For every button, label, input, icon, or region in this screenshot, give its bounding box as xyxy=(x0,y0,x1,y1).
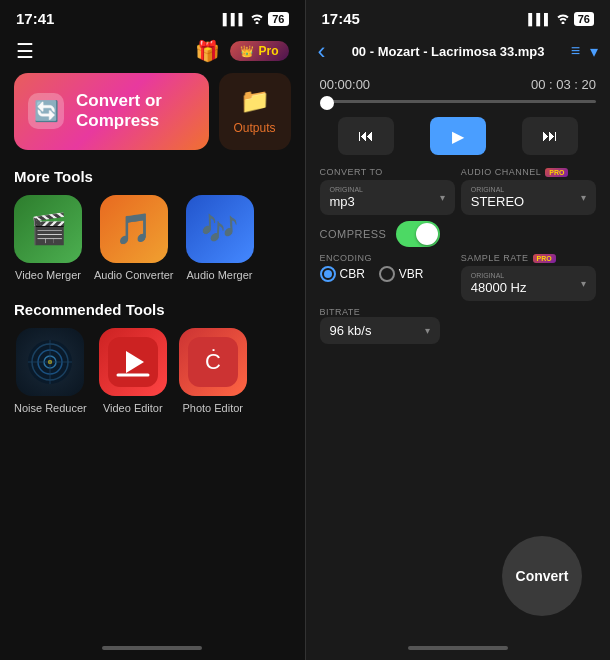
signal-icon: ▌▌▌ xyxy=(223,13,246,25)
more-tools-title: More Tools xyxy=(0,164,305,195)
photo-editor-item[interactable]: Ċ Photo Editor xyxy=(179,328,247,414)
right-signal-icon: ▌▌▌ xyxy=(528,13,551,25)
convert-to-select[interactable]: ORIGINAL mp3 ▾ xyxy=(320,180,455,215)
sample-rate-value: 48000 Hz xyxy=(471,280,527,295)
file-title: 00 - Mozart - Lacrimosa 33.mp3 xyxy=(334,44,563,59)
noise-reducer-item[interactable]: Noise Reducer xyxy=(14,328,87,414)
photo-editor-label: Photo Editor xyxy=(182,402,243,414)
audio-channel-select[interactable]: ORIGINAL STEREO ▾ xyxy=(461,180,596,215)
vbr-radio[interactable] xyxy=(379,266,395,282)
audio-converter-icon: 🎵 xyxy=(100,195,168,263)
bitrate-block: Bitrate 96 kb/s ▾ xyxy=(306,305,611,352)
gift-icon[interactable]: 🎁 xyxy=(195,39,220,63)
cbr-label: CBR xyxy=(340,267,365,281)
video-merger-item[interactable]: 🎬 Video Merger xyxy=(14,195,82,281)
convert-to-arrow: ▾ xyxy=(440,192,445,203)
left-status-icons: ▌▌▌ 76 xyxy=(223,12,289,26)
crown-icon: 👑 xyxy=(240,45,254,58)
audio-channel-block: AUDIO CHANNEL PRO ORIGINAL STEREO ▾ xyxy=(461,167,596,215)
pro-badge[interactable]: 👑 Pro xyxy=(230,41,288,61)
convert-icon: 🔄 xyxy=(28,93,64,129)
nav-right-icons: ≡ ▾ xyxy=(571,42,598,61)
sample-rate-arrow: ▾ xyxy=(581,278,586,289)
home-bar-right xyxy=(408,646,508,650)
nav-bar: ‹ 00 - Mozart - Lacrimosa 33.mp3 ≡ ▾ xyxy=(306,33,611,75)
back-button[interactable]: ‹ xyxy=(318,37,326,65)
convert-compress-button[interactable]: 🔄 Convert or Compress xyxy=(14,73,209,150)
convert-audio-settings: CONVERT TO ORIGINAL mp3 ▾ AUDIO CHANNEL … xyxy=(306,165,611,219)
audio-merger-label: Audio Merger xyxy=(186,269,252,281)
convert-to-original: ORIGINAL xyxy=(330,186,363,193)
right-panel: 17:45 ▌▌▌ 76 ‹ 00 - Mozart - Lacrimosa 3… xyxy=(306,0,611,660)
home-indicator-right xyxy=(306,638,611,660)
convert-to-label: CONVERT TO xyxy=(320,167,383,177)
convert-to-block: CONVERT TO ORIGINAL mp3 ▾ xyxy=(320,167,455,215)
more-icon[interactable]: ▾ xyxy=(590,42,598,61)
audio-merger-icon: 🎶 xyxy=(186,195,254,263)
sample-rate-label-row: SAMPLE RATE PRO xyxy=(461,253,596,263)
audio-converter-label: Audio Converter xyxy=(94,269,174,281)
vbr-option[interactable]: VBR xyxy=(379,266,424,282)
encoding-options: CBR VBR xyxy=(320,266,455,282)
bitrate-label: Bitrate xyxy=(320,307,597,317)
cbr-option[interactable]: CBR xyxy=(320,266,365,282)
audio-converter-item[interactable]: 🎵 Audio Converter xyxy=(94,195,174,281)
filter-icon[interactable]: ≡ xyxy=(571,42,580,61)
sample-rate-select[interactable]: ORIGINAL 48000 Hz ▾ xyxy=(461,266,596,301)
noise-reducer-icon xyxy=(16,328,84,396)
video-editor-label: Video Editor xyxy=(103,402,163,414)
convert-label: Convert or Compress xyxy=(76,91,162,132)
left-panel: 17:41 ▌▌▌ 76 ☰ 🎁 👑 Pro 🔄 Convert or xyxy=(0,0,305,660)
convert-to-label-row: CONVERT TO xyxy=(320,167,455,177)
audio-channel-arrow: ▾ xyxy=(581,192,586,203)
outputs-icon: 📁 xyxy=(240,87,270,115)
audio-channel-label-row: AUDIO CHANNEL PRO xyxy=(461,167,596,177)
convert-btn-container: Convert xyxy=(306,536,611,638)
svg-text:Ċ: Ċ xyxy=(205,349,221,374)
home-indicator-left xyxy=(0,638,305,660)
rewind-button[interactable]: ⏮ xyxy=(338,117,394,155)
cbr-radio[interactable] xyxy=(320,266,336,282)
audio-channel-value: STEREO xyxy=(471,194,524,209)
compress-label: COMPRESS xyxy=(320,228,387,240)
home-bar-left xyxy=(102,646,202,650)
top-bar: ☰ 🎁 👑 Pro xyxy=(0,33,305,73)
status-bar-left: 17:41 ▌▌▌ 76 xyxy=(0,0,305,33)
convert-to-value: mp3 xyxy=(330,194,363,209)
outputs-button[interactable]: 📁 Outputs xyxy=(219,73,291,150)
audio-merger-item[interactable]: 🎶 Audio Merger xyxy=(186,195,254,281)
encoding-block: ENCODING CBR VBR xyxy=(320,253,455,301)
sample-rate-block: SAMPLE RATE PRO ORIGINAL 48000 Hz ▾ xyxy=(461,253,596,301)
bitrate-select[interactable]: 96 kb/s ▾ xyxy=(320,317,440,344)
video-merger-icon: 🎬 xyxy=(14,195,82,263)
bitrate-value: 96 kb/s xyxy=(330,323,372,338)
scrubber-thumb[interactable] xyxy=(320,96,334,110)
wifi-icon xyxy=(250,12,264,26)
audio-channel-label: AUDIO CHANNEL xyxy=(461,167,542,177)
right-time: 17:45 xyxy=(322,10,360,27)
encoding-label: ENCODING xyxy=(320,253,455,263)
pro-label: Pro xyxy=(258,44,278,58)
fast-forward-button[interactable]: ⏭ xyxy=(522,117,578,155)
compress-row: COMPRESS xyxy=(306,219,611,251)
time-row: 00:00:00 00 : 03 : 20 xyxy=(306,75,611,96)
scrubber-track[interactable] xyxy=(320,100,597,103)
video-merger-label: Video Merger xyxy=(15,269,81,281)
video-editor-item[interactable]: Video Editor xyxy=(99,328,167,414)
status-bar-right: 17:45 ▌▌▌ 76 xyxy=(306,0,611,33)
vbr-label: VBR xyxy=(399,267,424,281)
toggle-thumb xyxy=(416,223,438,245)
compress-toggle[interactable] xyxy=(396,221,440,247)
video-editor-icon xyxy=(99,328,167,396)
main-buttons: 🔄 Convert or Compress 📁 Outputs xyxy=(0,73,305,164)
convert-button[interactable]: Convert xyxy=(502,536,582,616)
play-button[interactable]: ▶ xyxy=(430,117,486,155)
scrubber[interactable] xyxy=(306,96,611,109)
sample-rate-pro-tag: PRO xyxy=(533,254,556,263)
left-time: 17:41 xyxy=(16,10,54,27)
cbr-dot xyxy=(324,270,332,278)
menu-icon[interactable]: ☰ xyxy=(16,39,34,63)
sample-rate-original: ORIGINAL xyxy=(471,272,527,279)
right-battery-badge: 76 xyxy=(574,12,594,26)
total-time: 00 : 03 : 20 xyxy=(531,77,596,92)
